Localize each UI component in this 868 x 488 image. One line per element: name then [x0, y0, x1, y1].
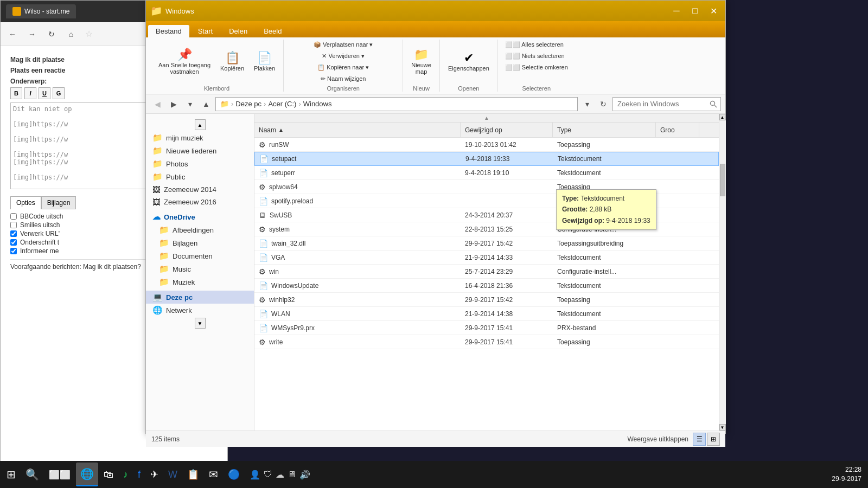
sidebar-item-music[interactable]: 📁 Music: [146, 262, 254, 275]
sidebar-item-muziek[interactable]: 📁 Muziek: [146, 275, 254, 288]
copy-button[interactable]: 📋 Kopiëren: [216, 49, 248, 74]
sidebar-item-bijlagen[interactable]: 📁 Bijlagen: [146, 236, 254, 249]
col-header-size[interactable]: Groo: [656, 123, 699, 137]
forum-underline-button[interactable]: U: [39, 87, 50, 99]
sidebar-item-zeemeeuw-2014[interactable]: 🖼 Zeemeeuw 2014: [146, 183, 254, 196]
maximize-button[interactable]: □: [687, 3, 703, 18]
scroll-up-indicator[interactable]: ▲: [484, 115, 489, 121]
col-header-naam[interactable]: Naam ▲: [254, 123, 461, 137]
taskbar-clock[interactable]: 22:28 29-9-2017: [832, 465, 866, 484]
browser-home-button[interactable]: ⌂: [63, 27, 79, 42]
addr-windows[interactable]: Windows: [303, 100, 332, 108]
scroll-thumb[interactable]: [720, 164, 725, 196]
file-row[interactable]: 📄twain_32.dll 29-9-2017 15:42 Toepassing…: [254, 236, 719, 251]
rename-button[interactable]: ✏ Naam wijzigen: [311, 74, 375, 84]
sidebar-item-public[interactable]: 📁 Public: [146, 170, 254, 183]
large-icons-view-button[interactable]: ⊞: [707, 433, 720, 446]
sidebar-item-photos[interactable]: 📁 Photos: [146, 157, 254, 170]
properties-button[interactable]: ✔ Eigenschappen: [444, 49, 493, 74]
sidebar-item-onedrive[interactable]: ☁ OneDrive: [146, 210, 254, 223]
invert-selection-button[interactable]: ⬜⬜ Selectie omkeren: [502, 62, 571, 73]
forum-checkbox-bbcode-input[interactable]: [10, 213, 17, 220]
ribbon-tab-delen[interactable]: Delen: [221, 25, 255, 37]
scroll-down-button[interactable]: ▼: [719, 424, 726, 431]
minimize-button[interactable]: ─: [669, 3, 684, 18]
sidebar-scroll-down[interactable]: ▼: [146, 317, 254, 330]
ribbon-tab-start[interactable]: Start: [190, 25, 220, 37]
sidebar-item-afbeeldingen[interactable]: 📁 Afbeeldingen: [146, 223, 254, 236]
tray-security-icon[interactable]: 🛡: [264, 470, 272, 479]
sidebar-item-zeemeeuw-2016[interactable]: 🖼 Zeemeeuw 2016: [146, 196, 254, 208]
addr-path-dropdown-button[interactable]: ▾: [580, 97, 594, 111]
sidebar-item-mijn-muziek[interactable]: 📁 mijn muziek: [146, 131, 254, 144]
browser-star-icon[interactable]: ☆: [85, 29, 93, 39]
file-row[interactable]: ⚙runSW 19-10-2013 01:42 Toepassing: [254, 138, 719, 152]
browser-forward-button[interactable]: →: [24, 27, 40, 42]
select-all-button[interactable]: ⬜⬜ Alles selecteren: [502, 40, 566, 50]
app7-button[interactable]: 🔵: [224, 463, 244, 486]
file-row[interactable]: 📄WindowsUpdate 16-4-2018 21:36 Tekstdocu…: [254, 279, 719, 293]
browser-tab[interactable]: Wilso - start.me: [6, 4, 76, 18]
addr-dropdown-button[interactable]: ▾: [183, 97, 197, 111]
forum-extra-button[interactable]: G: [53, 87, 65, 99]
edge-button[interactable]: 🌐: [76, 463, 98, 486]
addr-refresh-button[interactable]: ↻: [596, 97, 610, 111]
close-button[interactable]: ✕: [706, 3, 721, 18]
sidebar-scroll-down-arrow[interactable]: ▼: [195, 318, 206, 329]
paste-button[interactable]: 📄 Plakken: [250, 49, 279, 74]
file-row[interactable]: 📄VGA 21-9-2014 14:33 Tekstdocument: [254, 251, 719, 265]
tray-cloud-icon[interactable]: ☁: [276, 470, 284, 480]
sidebar-item-netwerk[interactable]: 🌐 Netwerk: [146, 304, 254, 317]
store-button[interactable]: 🛍: [99, 463, 118, 486]
new-folder-button[interactable]: 📁 Nieuwemap: [407, 46, 435, 78]
file-row[interactable]: 📄WMSysPr9.prx 29-9-2017 15:41 PRX-bestan…: [254, 321, 719, 335]
select-none-button[interactable]: ⬜⬜ Niets selecteren: [502, 51, 567, 61]
start-button[interactable]: ⊞: [2, 463, 20, 486]
app6-button[interactable]: 📋: [183, 463, 203, 486]
forum-tab-attachment[interactable]: Bijlagen: [41, 196, 76, 209]
move-to-button[interactable]: 📦 Verplaatsen naar ▾: [311, 40, 375, 50]
sidebar-item-deze-pc[interactable]: 💻 Deze pc: [146, 291, 254, 304]
addr-deze-pc[interactable]: Deze pc: [235, 100, 261, 108]
search-button[interactable]: 🔍: [21, 463, 43, 486]
file-row[interactable]: 📄WLAN 21-9-2014 14:38 Tekstdocument: [254, 307, 719, 321]
copy-to-button[interactable]: 📋 Kopiëren naar ▾: [311, 62, 375, 73]
address-path[interactable]: 📁 › Deze pc › Acer (C:) › Windows: [215, 97, 578, 111]
sidebar-item-documenten[interactable]: 📁 Documenten: [146, 249, 254, 262]
facebook-button[interactable]: f: [133, 463, 145, 486]
sidebar-scroll-up[interactable]: ▲: [146, 118, 254, 131]
addr-acer[interactable]: Acer (C:): [268, 100, 296, 108]
app5-button[interactable]: ✈: [146, 463, 163, 486]
file-row-selected[interactable]: 📄setupact 9-4-2018 19:33 Tekstdocument: [254, 152, 719, 166]
sidebar-item-nieuwe-liederen[interactable]: 📁 Nieuwe liederen: [146, 144, 254, 157]
file-row[interactable]: 📄spotify.preload RELOAD-bestand: [254, 194, 719, 208]
task-view-button[interactable]: ⬜⬜: [44, 463, 75, 486]
browser-refresh-button[interactable]: ↻: [44, 27, 59, 42]
addr-forward-button[interactable]: ▶: [167, 97, 181, 111]
tray-monitor-icon[interactable]: 🖥: [288, 470, 296, 479]
col-header-gewijzigd[interactable]: Gewijzigd op: [461, 123, 553, 137]
scrollbar-right[interactable]: ▲ ▼: [719, 114, 725, 431]
pin-button[interactable]: 📌 Aan Snelle toegangvastmaken: [155, 46, 214, 78]
forum-checkbox-subscript-input[interactable]: [10, 239, 17, 246]
forum-bold-button[interactable]: B: [10, 87, 22, 99]
forum-italic-button[interactable]: I: [24, 87, 36, 99]
delete-button[interactable]: ✕ Verwijderen ▾: [311, 51, 375, 61]
file-row[interactable]: ⚙winhlp32 29-9-2017 15:42 Toepassing: [254, 293, 719, 307]
details-view-button[interactable]: ☰: [693, 433, 706, 446]
forum-checkbox-smilies-input[interactable]: [10, 222, 17, 228]
tray-user-icon[interactable]: 👤: [250, 470, 260, 480]
file-row-write[interactable]: ⚙write 29-9-2017 15:41 Toepassing: [254, 335, 719, 349]
ribbon-tab-beeld[interactable]: Beeld: [256, 25, 289, 37]
addr-back-button[interactable]: ◀: [150, 97, 164, 111]
file-row[interactable]: 🖥SwUSB 24-3-2014 20:37 Toepassing: [254, 208, 719, 222]
file-row[interactable]: ⚙system 22-8-2013 15:25 Configuratie-ins…: [254, 222, 719, 236]
file-row[interactable]: ⚙win 25-7-2014 23:29 Configuratie-instel…: [254, 265, 719, 279]
word-button[interactable]: W: [164, 463, 182, 486]
browser-back-button[interactable]: ←: [5, 27, 20, 42]
mail-button[interactable]: ✉: [205, 463, 222, 486]
addr-up-button[interactable]: ▲: [199, 97, 213, 111]
sidebar-scroll-up-arrow[interactable]: ▲: [195, 119, 206, 130]
scroll-up-button[interactable]: ▲: [719, 114, 726, 120]
file-row[interactable]: ⚙splwow64 Toepassing: [254, 180, 719, 194]
